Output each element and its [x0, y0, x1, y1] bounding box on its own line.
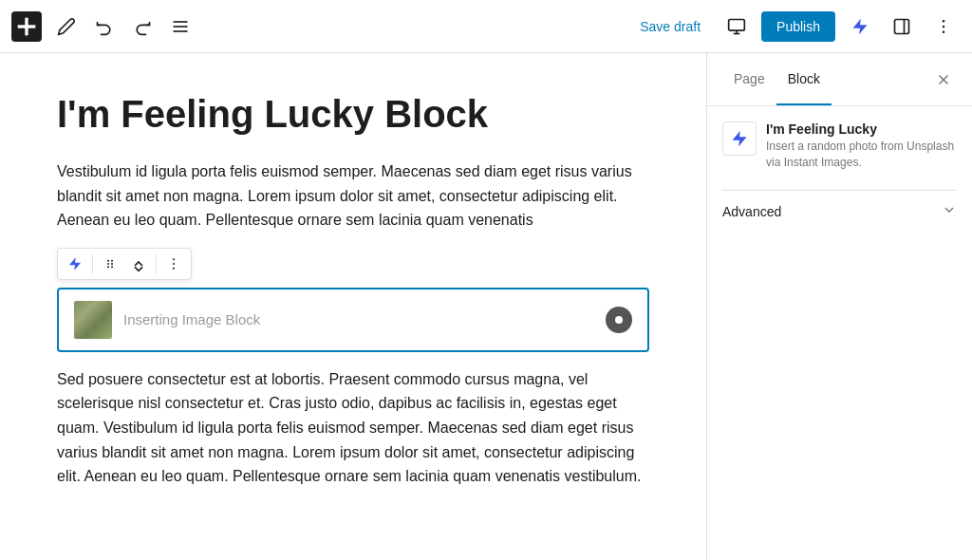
settings-button[interactable]: [885, 9, 919, 44]
advanced-section-title: Advanced: [722, 204, 781, 219]
block-lightning-icon: [67, 256, 83, 271]
tools-button[interactable]: [49, 9, 84, 44]
arrows-up-down-icon: [131, 256, 146, 271]
sidebar-content: I'm Feeling Lucky Insert a random photo …: [707, 106, 972, 248]
lightning-bolt-icon: [850, 17, 869, 36]
block-more-icon: [166, 256, 181, 271]
save-draft-button[interactable]: Save draft: [628, 13, 712, 40]
sidebar-icon: [892, 17, 911, 36]
block-type-icon: [730, 129, 749, 148]
toolbar-divider-2: [156, 254, 157, 273]
toolbar-divider-1: [92, 254, 93, 273]
preview-button[interactable]: [720, 9, 754, 44]
svg-point-12: [943, 30, 945, 33]
block-icon-wrapper: [722, 121, 757, 156]
post-title[interactable]: I'm Feeling Lucky Block: [57, 91, 649, 137]
paragraph-1[interactable]: Vestibulum id ligula porta felis euismod…: [57, 159, 649, 233]
tab-page-label: Page: [734, 71, 765, 86]
pencil-icon: [57, 17, 76, 36]
sidebar: Page Block I: [706, 53, 972, 560]
sidebar-tabs: Page Block: [722, 53, 930, 105]
block-info-text: I'm Feeling Lucky Insert a random photo …: [766, 121, 957, 171]
sidebar-close-button[interactable]: [930, 66, 957, 93]
svg-point-11: [943, 25, 945, 28]
monitor-icon: [727, 17, 746, 36]
redo-button[interactable]: [125, 9, 159, 44]
image-thumbnail: [74, 301, 112, 339]
drag-handle-icon: [103, 256, 118, 271]
redo-icon: [133, 17, 152, 36]
lightning-button[interactable]: [843, 9, 877, 44]
close-icon: [935, 71, 952, 88]
block-toolbar-wrapper: [57, 248, 649, 288]
toolbar-right: Save draft Publish: [628, 9, 961, 44]
svg-point-13: [107, 259, 109, 261]
tab-block[interactable]: Block: [776, 53, 832, 105]
block-info-description: Insert a random photo from Unsplash via …: [766, 139, 957, 171]
paragraph-2[interactable]: Sed posuere consectetur est at lobortis.…: [57, 367, 649, 489]
advanced-section-header[interactable]: Advanced: [722, 202, 957, 221]
block-lightning-button[interactable]: [62, 251, 88, 277]
list-view-button[interactable]: [163, 9, 197, 44]
tab-block-label: Block: [788, 71, 820, 86]
plus-icon: [11, 11, 42, 42]
block-info: I'm Feeling Lucky Insert a random photo …: [722, 121, 957, 171]
svg-point-20: [173, 263, 175, 265]
block-info-name: I'm Feeling Lucky: [766, 121, 957, 137]
svg-point-15: [107, 263, 109, 265]
undo-icon: [95, 17, 114, 36]
svg-point-21: [173, 267, 175, 269]
svg-point-14: [111, 259, 113, 261]
svg-rect-8: [895, 19, 909, 33]
undo-button[interactable]: [87, 9, 122, 44]
svg-point-16: [111, 263, 113, 265]
editor-area: I'm Feeling Lucky Block Vestibulum id li…: [0, 53, 706, 560]
sidebar-header: Page Block: [707, 53, 972, 106]
loading-spinner: [606, 307, 632, 333]
block-toolbar: [57, 248, 192, 280]
publish-button[interactable]: Publish: [761, 11, 835, 42]
svg-point-10: [943, 19, 945, 22]
chevron-down-icon: [942, 202, 957, 221]
svg-point-18: [111, 266, 113, 268]
more-options-button[interactable]: [926, 9, 961, 44]
svg-point-19: [173, 258, 175, 260]
image-block-inserting: Inserting Image Block: [57, 288, 649, 352]
more-vertical-icon: [934, 17, 953, 36]
add-block-button[interactable]: [11, 11, 42, 42]
spinner-dot: [615, 316, 623, 324]
list-view-icon: [171, 17, 190, 36]
toolbar-left: [11, 9, 625, 44]
advanced-section: Advanced: [722, 190, 957, 233]
tab-page[interactable]: Page: [722, 53, 776, 105]
main-layout: I'm Feeling Lucky Block Vestibulum id li…: [0, 53, 972, 560]
drag-handle-button[interactable]: [97, 251, 123, 277]
image-block-status: Inserting Image Block: [123, 311, 594, 327]
svg-rect-5: [729, 19, 745, 30]
image-thumb-preview: [74, 301, 112, 339]
svg-point-17: [107, 266, 109, 268]
editor-toolbar: Save draft Publish: [0, 0, 972, 53]
move-up-down-button[interactable]: [125, 251, 152, 277]
block-more-button[interactable]: [160, 251, 187, 277]
